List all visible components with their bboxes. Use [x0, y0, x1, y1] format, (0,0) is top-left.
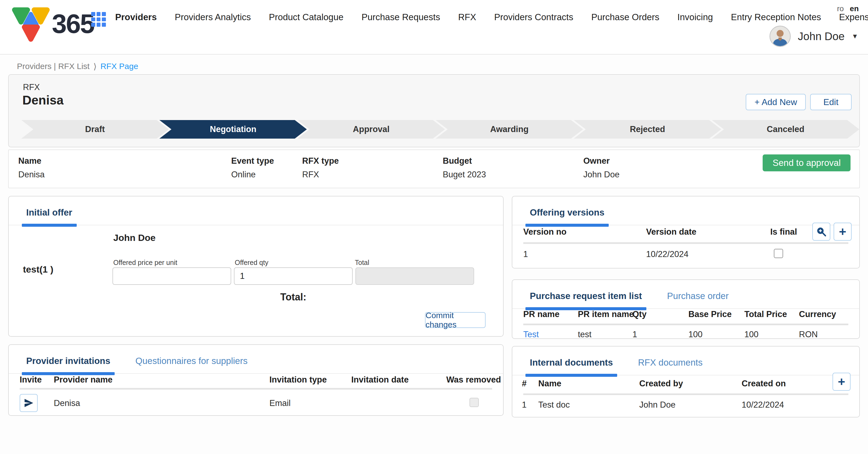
tab-rfx-documents[interactable]: RFX documents [638, 357, 703, 375]
breadcrumb-current[interactable]: RFX Page [100, 62, 138, 71]
total-input [355, 267, 474, 285]
paper-plane-icon [23, 397, 34, 409]
lang-en[interactable]: en [850, 4, 859, 13]
tab-purchase-order[interactable]: Purchase order [667, 291, 729, 308]
field-value-event-type: Online [231, 170, 256, 180]
provider-invitations-panel: Provider invitations Questionnaires for … [8, 344, 504, 416]
rfx-details-panel: Name Denisa Event type Online RFX type R… [8, 150, 860, 188]
chevron-down-icon: ▼ [851, 32, 858, 40]
provider-name-value: Denisa [54, 398, 80, 408]
edit-button[interactable]: Edit [810, 94, 851, 110]
field-value-budget: Buget 2023 [443, 170, 486, 180]
breadcrumb: Providers | RFX List ⟩ RFX Page [17, 62, 138, 71]
commit-changes-button[interactable]: Commit changes [425, 312, 486, 328]
offering-versions-panel: Offering versions Version no Version dat… [512, 196, 860, 268]
tab-questionnaires-for-suppliers[interactable]: Questionnaires for suppliers [135, 356, 248, 373]
nav-item-product-catalogue[interactable]: Product Catalogue [269, 12, 343, 22]
is-final-checkbox[interactable] [774, 249, 783, 258]
add-new-button[interactable]: + Add New [746, 94, 806, 110]
tab-provider-invitations[interactable]: Provider invitations [26, 356, 110, 373]
total-price-value: 100 [744, 330, 758, 339]
col-total-price: Total Price [744, 310, 787, 319]
field-label-name: Name [18, 156, 41, 166]
col-is-final: Is final [770, 227, 797, 237]
stage-canceled: Canceled [712, 120, 859, 139]
col-doc-no: # [522, 379, 527, 389]
col-invitation-date: Invitation date [351, 375, 409, 385]
nav-item-purchase-orders[interactable]: Purchase Orders [591, 12, 659, 22]
nav-item-purchase-requests[interactable]: Purchase Requests [362, 12, 440, 22]
base-price-value: 100 [688, 330, 703, 339]
stage-rejected: Rejected [574, 120, 721, 139]
doc-name-value: Test doc [538, 400, 570, 410]
supplier-name: John Doe [113, 232, 156, 243]
offered-qty-input[interactable] [234, 267, 353, 285]
tab-purchase-request-item-list[interactable]: Purchase request item list [530, 291, 642, 308]
nav-item-rfx[interactable]: RFX [458, 12, 476, 22]
offered-price-input[interactable] [113, 267, 231, 285]
tab-initial-offer[interactable]: Initial offer [26, 207, 72, 225]
total-summary-label: Total: [234, 291, 353, 303]
doc-no-value: 1 [522, 400, 527, 410]
rfx-header-card: RFX Denisa + Add New Edit Draft Negotiat… [8, 74, 860, 147]
top-navbar: 365 Providers Providers Analytics Produc… [0, 0, 868, 55]
pr-name-link[interactable]: Test [523, 330, 539, 339]
view-version-button[interactable] [812, 223, 830, 241]
send-invite-button[interactable] [20, 394, 38, 412]
internal-documents-panel: Internal documents RFX documents # Name … [512, 346, 860, 417]
field-value-rfx-type: RFX [302, 170, 319, 180]
brand-text: 365 [52, 8, 94, 39]
logo-triangles-icon [10, 3, 51, 44]
add-version-button[interactable]: + [834, 223, 851, 241]
breadcrumb-separator: ⟩ [93, 62, 97, 71]
col-created-on: Created on [742, 379, 786, 389]
stage-negotiation: Negotiation [159, 120, 307, 139]
pr-item-name-value: test [578, 330, 591, 339]
stage-awarding: Awarding [436, 120, 583, 139]
stage-draft: Draft [21, 120, 169, 139]
was-removed-checkbox [469, 398, 479, 407]
nav-item-providers-contracts[interactable]: Providers Contracts [494, 12, 573, 22]
workflow-stages: Draft Negotiation Approval Awarding Reje… [21, 120, 850, 139]
field-label-owner: Owner [583, 156, 610, 166]
apps-grid-icon[interactable] [91, 12, 106, 27]
lang-ro[interactable]: ro [837, 4, 844, 13]
nav-item-providers[interactable]: Providers [115, 12, 157, 22]
entity-label: RFX [23, 83, 40, 92]
field-label-rfx-type: RFX type [302, 156, 339, 166]
plus-icon: + [839, 225, 846, 238]
doc-created-on-value: 10/22/2024 [742, 400, 784, 410]
nav-item-invoicing[interactable]: Invoicing [678, 12, 713, 22]
version-no-value: 1 [523, 249, 528, 259]
breadcrumb-parent[interactable]: Providers | RFX List [17, 62, 90, 71]
nav-item-expense-account[interactable]: Expense Account [839, 12, 868, 22]
user-name: John Doe [798, 30, 844, 42]
tab-internal-documents[interactable]: Internal documents [530, 357, 613, 375]
tab-offering-versions[interactable]: Offering versions [530, 207, 604, 225]
col-invitation-type: Invitation type [270, 375, 327, 385]
plus-icon: + [838, 376, 845, 388]
nav-item-entry-reception-notes[interactable]: Entry Reception Notes [731, 12, 821, 22]
purchase-request-panel: Purchase request item list Purchase orde… [512, 280, 860, 339]
col-pr-name: PR name [523, 310, 560, 319]
language-switcher: ro en [837, 4, 859, 13]
qty-value: 1 [632, 330, 637, 339]
col-base-price: Base Price [688, 310, 732, 319]
main-menu: Providers Providers Analytics Product Ca… [115, 12, 868, 22]
user-menu[interactable]: John Doe ▼ [770, 26, 858, 47]
send-to-approval-button[interactable]: Send to approval [763, 155, 850, 171]
nav-item-providers-analytics[interactable]: Providers Analytics [175, 12, 251, 22]
col-qty: Qty [632, 310, 647, 319]
app-logo: 365 [10, 3, 94, 44]
offered-price-label: Offered price per unit [113, 259, 177, 266]
field-value-name: Denisa [18, 170, 45, 180]
total-label: Total [355, 259, 369, 266]
magnifier-plus-icon [816, 226, 827, 237]
field-value-owner: John Doe [583, 170, 620, 180]
initial-offer-panel: Initial offer John Doe test(1 ) Offered … [8, 196, 504, 337]
col-doc-name: Name [538, 379, 561, 389]
add-document-button[interactable]: + [833, 373, 850, 391]
col-was-removed: Was removed [446, 375, 501, 385]
col-provider-name: Provider name [54, 375, 113, 385]
col-version-date: Version date [646, 227, 696, 237]
